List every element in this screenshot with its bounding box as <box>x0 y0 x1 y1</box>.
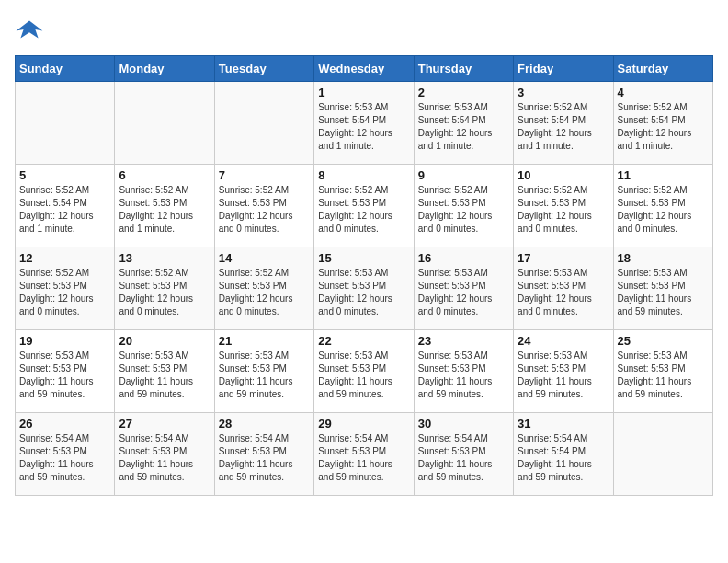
calendar-cell: 2Sunrise: 5:53 AM Sunset: 5:54 PM Daylig… <box>414 82 513 165</box>
day-number: 24 <box>518 334 609 348</box>
day-info: Sunrise: 5:53 AM Sunset: 5:53 PM Dayligh… <box>618 350 709 401</box>
day-number: 22 <box>318 334 409 348</box>
calendar-cell: 18Sunrise: 5:53 AM Sunset: 5:53 PM Dayli… <box>613 247 712 330</box>
day-number: 17 <box>518 251 609 265</box>
calendar-cell: 23Sunrise: 5:53 AM Sunset: 5:53 PM Dayli… <box>414 330 513 413</box>
day-info: Sunrise: 5:52 AM Sunset: 5:53 PM Dayligh… <box>19 267 110 318</box>
calendar-cell: 27Sunrise: 5:54 AM Sunset: 5:53 PM Dayli… <box>115 413 214 496</box>
day-number: 21 <box>219 334 310 348</box>
calendar-cell: 31Sunrise: 5:54 AM Sunset: 5:54 PM Dayli… <box>514 413 613 496</box>
day-info: Sunrise: 5:54 AM Sunset: 5:53 PM Dayligh… <box>19 432 110 484</box>
day-number: 28 <box>219 417 310 431</box>
calendar-cell: 29Sunrise: 5:54 AM Sunset: 5:53 PM Dayli… <box>314 413 414 496</box>
day-info: Sunrise: 5:52 AM Sunset: 5:53 PM Dayligh… <box>618 184 709 236</box>
day-info: Sunrise: 5:53 AM Sunset: 5:54 PM Dayligh… <box>418 101 509 153</box>
column-header-friday: Friday <box>514 56 613 82</box>
day-info: Sunrise: 5:54 AM Sunset: 5:53 PM Dayligh… <box>418 432 509 484</box>
calendar-cell: 8Sunrise: 5:52 AM Sunset: 5:53 PM Daylig… <box>314 165 414 247</box>
calendar-cell: 5Sunrise: 5:52 AM Sunset: 5:54 PM Daylig… <box>16 165 115 247</box>
day-info: Sunrise: 5:54 AM Sunset: 5:53 PM Dayligh… <box>318 432 409 484</box>
day-number: 5 <box>19 168 110 182</box>
day-info: Sunrise: 5:52 AM Sunset: 5:53 PM Dayligh… <box>219 267 310 318</box>
day-number: 25 <box>618 334 709 348</box>
calendar-week-row: 5Sunrise: 5:52 AM Sunset: 5:54 PM Daylig… <box>16 165 713 247</box>
calendar-week-row: 19Sunrise: 5:53 AM Sunset: 5:53 PM Dayli… <box>16 330 713 413</box>
day-info: Sunrise: 5:53 AM Sunset: 5:54 PM Dayligh… <box>318 101 409 153</box>
day-number: 9 <box>418 168 509 182</box>
day-info: Sunrise: 5:53 AM Sunset: 5:53 PM Dayligh… <box>518 350 609 401</box>
day-info: Sunrise: 5:53 AM Sunset: 5:53 PM Dayligh… <box>318 267 409 318</box>
day-number: 7 <box>219 168 310 182</box>
day-info: Sunrise: 5:53 AM Sunset: 5:53 PM Dayligh… <box>418 350 509 401</box>
column-header-sunday: Sunday <box>16 56 115 82</box>
calendar-cell: 17Sunrise: 5:53 AM Sunset: 5:53 PM Dayli… <box>514 247 613 330</box>
day-number: 10 <box>518 168 609 182</box>
column-header-tuesday: Tuesday <box>214 56 313 82</box>
day-number: 19 <box>19 334 110 348</box>
day-info: Sunrise: 5:52 AM Sunset: 5:53 PM Dayligh… <box>119 267 210 318</box>
day-number: 20 <box>119 334 210 348</box>
day-info: Sunrise: 5:52 AM Sunset: 5:54 PM Dayligh… <box>19 184 110 236</box>
calendar-week-row: 1Sunrise: 5:53 AM Sunset: 5:54 PM Daylig… <box>16 82 713 165</box>
calendar-cell: 4Sunrise: 5:52 AM Sunset: 5:54 PM Daylig… <box>613 82 712 165</box>
day-number: 23 <box>418 334 509 348</box>
day-number: 29 <box>318 417 409 431</box>
day-number: 31 <box>518 417 609 431</box>
logo <box>15 15 48 44</box>
day-number: 15 <box>318 251 409 265</box>
day-info: Sunrise: 5:52 AM Sunset: 5:53 PM Dayligh… <box>418 184 509 236</box>
calendar-cell: 22Sunrise: 5:53 AM Sunset: 5:53 PM Dayli… <box>314 330 414 413</box>
calendar-cell: 6Sunrise: 5:52 AM Sunset: 5:53 PM Daylig… <box>115 165 214 247</box>
day-number: 27 <box>119 417 210 431</box>
calendar-cell: 16Sunrise: 5:53 AM Sunset: 5:53 PM Dayli… <box>414 247 513 330</box>
calendar-cell: 13Sunrise: 5:52 AM Sunset: 5:53 PM Dayli… <box>115 247 214 330</box>
column-header-saturday: Saturday <box>613 56 712 82</box>
calendar-cell <box>115 82 214 165</box>
day-info: Sunrise: 5:52 AM Sunset: 5:53 PM Dayligh… <box>219 184 310 236</box>
day-info: Sunrise: 5:54 AM Sunset: 5:53 PM Dayligh… <box>219 432 310 484</box>
day-info: Sunrise: 5:52 AM Sunset: 5:54 PM Dayligh… <box>618 101 709 153</box>
calendar-cell: 21Sunrise: 5:53 AM Sunset: 5:53 PM Dayli… <box>214 330 313 413</box>
day-number: 13 <box>119 251 210 265</box>
day-number: 14 <box>219 251 310 265</box>
day-info: Sunrise: 5:53 AM Sunset: 5:53 PM Dayligh… <box>19 350 110 401</box>
day-info: Sunrise: 5:53 AM Sunset: 5:53 PM Dayligh… <box>518 267 609 318</box>
day-number: 18 <box>618 251 709 265</box>
column-header-monday: Monday <box>115 56 214 82</box>
day-number: 16 <box>418 251 509 265</box>
calendar-cell: 15Sunrise: 5:53 AM Sunset: 5:53 PM Dayli… <box>314 247 414 330</box>
day-number: 3 <box>518 86 609 99</box>
page-header <box>15 15 713 44</box>
calendar-cell: 19Sunrise: 5:53 AM Sunset: 5:53 PM Dayli… <box>16 330 115 413</box>
calendar-cell: 30Sunrise: 5:54 AM Sunset: 5:53 PM Dayli… <box>414 413 513 496</box>
day-number: 1 <box>318 86 409 99</box>
calendar-cell: 25Sunrise: 5:53 AM Sunset: 5:53 PM Dayli… <box>613 330 712 413</box>
calendar-cell: 1Sunrise: 5:53 AM Sunset: 5:54 PM Daylig… <box>314 82 414 165</box>
day-info: Sunrise: 5:52 AM Sunset: 5:53 PM Dayligh… <box>318 184 409 236</box>
calendar-header-row: SundayMondayTuesdayWednesdayThursdayFrid… <box>16 56 713 82</box>
calendar-week-row: 12Sunrise: 5:52 AM Sunset: 5:53 PM Dayli… <box>16 247 713 330</box>
calendar-cell: 7Sunrise: 5:52 AM Sunset: 5:53 PM Daylig… <box>214 165 313 247</box>
day-info: Sunrise: 5:52 AM Sunset: 5:53 PM Dayligh… <box>119 184 210 236</box>
day-number: 12 <box>19 251 110 265</box>
logo-bird-icon <box>15 15 44 44</box>
calendar-cell: 28Sunrise: 5:54 AM Sunset: 5:53 PM Dayli… <box>214 413 313 496</box>
calendar-cell <box>214 82 313 165</box>
calendar-cell: 26Sunrise: 5:54 AM Sunset: 5:53 PM Dayli… <box>16 413 115 496</box>
day-number: 4 <box>618 86 709 99</box>
calendar-cell: 3Sunrise: 5:52 AM Sunset: 5:54 PM Daylig… <box>514 82 613 165</box>
day-info: Sunrise: 5:53 AM Sunset: 5:53 PM Dayligh… <box>618 267 709 318</box>
calendar-cell: 11Sunrise: 5:52 AM Sunset: 5:53 PM Dayli… <box>613 165 712 247</box>
day-number: 8 <box>318 168 409 182</box>
calendar-cell: 20Sunrise: 5:53 AM Sunset: 5:53 PM Dayli… <box>115 330 214 413</box>
day-number: 26 <box>19 417 110 431</box>
svg-marker-0 <box>17 20 43 38</box>
column-header-thursday: Thursday <box>414 56 513 82</box>
calendar-table: SundayMondayTuesdayWednesdayThursdayFrid… <box>15 55 713 496</box>
day-number: 30 <box>418 417 509 431</box>
day-info: Sunrise: 5:52 AM Sunset: 5:54 PM Dayligh… <box>518 101 609 153</box>
calendar-cell: 14Sunrise: 5:52 AM Sunset: 5:53 PM Dayli… <box>214 247 313 330</box>
calendar-cell <box>16 82 115 165</box>
day-number: 11 <box>618 168 709 182</box>
calendar-cell: 12Sunrise: 5:52 AM Sunset: 5:53 PM Dayli… <box>16 247 115 330</box>
